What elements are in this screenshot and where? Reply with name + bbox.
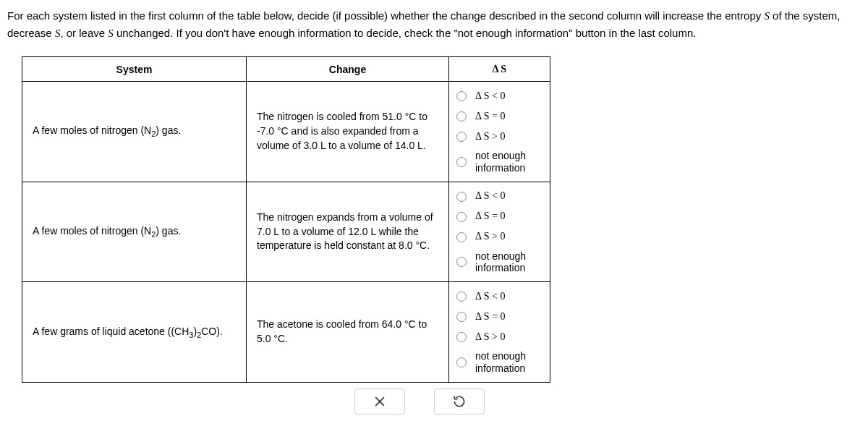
radio-gt[interactable]	[456, 132, 467, 142]
option-label: Δ S > 0	[475, 331, 505, 344]
radio-nei[interactable]	[456, 357, 467, 367]
reset-button[interactable]	[434, 388, 485, 415]
radio-eq[interactable]	[456, 111, 467, 122]
option-label: Δ S < 0	[475, 190, 505, 203]
radio-lt[interactable]	[456, 192, 467, 202]
radio-eq[interactable]	[456, 212, 467, 222]
option-label: Δ S > 0	[475, 231, 505, 243]
option-label: Δ S < 0	[475, 291, 505, 303]
radio-lt[interactable]	[456, 91, 467, 101]
option-label: Δ S > 0	[475, 131, 505, 143]
option-label: not enough information	[475, 150, 542, 174]
ds-cell: Δ S < 0 Δ S = 0 Δ S > 0 not enough infor…	[449, 282, 550, 383]
radio-gt[interactable]	[456, 232, 467, 242]
ds-cell: Δ S < 0 Δ S = 0 Δ S > 0 not enough infor…	[449, 182, 550, 282]
option-label: not enough information	[475, 350, 542, 375]
instructions-text: For each system listed in the first colu…	[7, 7, 861, 42]
change-cell: The acetone is cooled from 64.0 °C to 5.…	[247, 282, 449, 383]
reset-icon	[452, 394, 467, 409]
ds-cell: Δ S < 0 Δ S = 0 Δ S > 0 not enough infor…	[449, 82, 550, 182]
header-ds: Δ S	[449, 57, 550, 82]
close-button[interactable]	[354, 388, 405, 415]
option-label: Δ S = 0	[475, 111, 505, 123]
radio-lt[interactable]	[456, 292, 467, 302]
close-icon	[373, 394, 387, 409]
radio-nei[interactable]	[456, 157, 467, 167]
header-change: Change	[247, 57, 449, 82]
system-cell: A few moles of nitrogen (N2) gas.	[22, 182, 247, 282]
entropy-table: System Change Δ S A few moles of nitroge…	[22, 56, 550, 383]
table-row: A few moles of nitrogen (N2) gas. The ni…	[22, 182, 550, 282]
header-system: System	[22, 57, 247, 82]
radio-nei[interactable]	[456, 257, 467, 267]
change-cell: The nitrogen expands from a volume of 7.…	[247, 182, 449, 282]
option-label: Δ S < 0	[475, 90, 505, 103]
system-cell: A few grams of liquid acetone ((CH3)2CO)…	[22, 282, 247, 383]
system-cell: A few moles of nitrogen (N2) gas.	[22, 82, 247, 182]
change-cell: The nitrogen is cooled from 51.0 °C to -…	[247, 82, 449, 182]
table-row: A few grams of liquid acetone ((CH3)2CO)…	[22, 282, 550, 383]
radio-eq[interactable]	[456, 312, 467, 322]
radio-gt[interactable]	[456, 332, 467, 342]
option-label: Δ S = 0	[475, 211, 505, 223]
option-label: Δ S = 0	[475, 311, 505, 323]
option-label: not enough information	[475, 250, 542, 275]
table-row: A few moles of nitrogen (N2) gas. The ni…	[22, 82, 550, 182]
controls-bar	[354, 388, 861, 415]
